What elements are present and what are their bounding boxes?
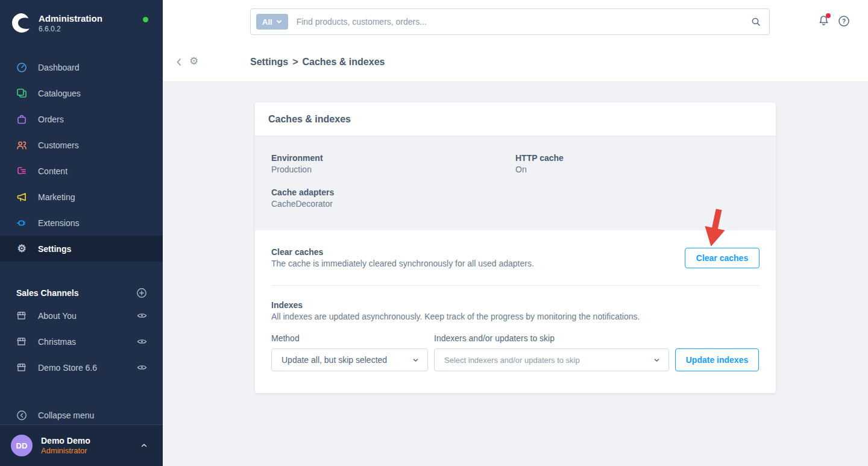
- chevron-down-icon: [412, 357, 419, 364]
- content-area: Caches & indexes Environment Production …: [163, 82, 868, 466]
- skip-indexers-placeholder: Select indexers and/or updaters to skip: [444, 356, 580, 365]
- sidebar-item-orders[interactable]: Orders: [0, 106, 163, 132]
- search-scope-label: All: [262, 17, 272, 27]
- user-menu[interactable]: DD Demo Demo Administrator: [0, 424, 163, 466]
- sidebar-item-customers[interactable]: Customers: [0, 132, 163, 158]
- eye-icon[interactable]: [137, 310, 147, 321]
- online-status-dot: [143, 17, 148, 22]
- sales-channel-label: Demo Store 6.6: [38, 363, 137, 373]
- help-icon: ?: [838, 15, 850, 27]
- info-value-cache-adapters: CacheDecorator: [271, 199, 515, 209]
- smart-bar: ⚙ Settings>Caches & indexes: [163, 43, 868, 82]
- sidebar-item-label: Settings: [38, 244, 71, 254]
- sidebar-item-sales-channel-demo-store[interactable]: Demo Store 6.6: [0, 354, 163, 380]
- shopware-logo-icon: [11, 12, 33, 34]
- clear-caches-section: Clear caches The cache is immediately cl…: [255, 230, 776, 285]
- sidebar-item-dashboard[interactable]: Dashboard: [0, 54, 163, 80]
- content-layout-icon: [16, 166, 27, 177]
- sidebar-item-label: Marketing: [38, 192, 75, 202]
- app-header: Administration 6.6.0.2: [0, 0, 163, 34]
- topbar: All ?: [163, 0, 868, 43]
- sidebar-item-label: Customers: [38, 140, 79, 150]
- storefront-icon: [16, 362, 27, 373]
- breadcrumb: Settings>Caches & indexes: [250, 57, 385, 68]
- global-search[interactable]: All: [250, 8, 770, 35]
- eye-icon[interactable]: [137, 362, 147, 373]
- help-button[interactable]: ?: [838, 15, 850, 30]
- user-role: Administrator: [41, 446, 140, 455]
- app-title: Administration: [39, 13, 102, 24]
- gear-icon: ⚙: [16, 244, 27, 254]
- sidebar-item-label: Extensions: [38, 218, 79, 228]
- method-label: Method: [271, 333, 428, 343]
- skip-indexers-label: Indexers and/or updaters to skip: [434, 333, 669, 343]
- sales-channels-title: Sales Channels: [16, 288, 79, 298]
- collapse-circle-icon: [16, 410, 27, 421]
- search-scope-dropdown[interactable]: All: [256, 14, 288, 30]
- breadcrumb-section[interactable]: Settings: [250, 57, 288, 67]
- plus-circle-icon[interactable]: [136, 288, 147, 298]
- system-info-panel: Environment Production HTTP cache On Cac…: [255, 136, 776, 230]
- catalogues-icon: [16, 88, 27, 99]
- orders-bag-icon: [16, 114, 27, 125]
- sidebar-item-sales-channel-christmas[interactable]: Christmas: [0, 329, 163, 354]
- avatar: DD: [11, 435, 33, 456]
- sidebar-item-label: Catalogues: [38, 89, 81, 98]
- gear-icon: ⚙: [189, 56, 198, 66]
- skip-indexers-select[interactable]: Select indexers and/or updaters to skip: [434, 348, 669, 371]
- clear-caches-label: Clear caches: [271, 247, 534, 257]
- storefront-icon: [16, 310, 27, 321]
- clear-caches-description: The cache is immediately cleared synchro…: [271, 259, 534, 268]
- info-label-http-cache: HTTP cache: [515, 153, 760, 163]
- notification-badge-dot: [826, 13, 831, 18]
- method-select[interactable]: Update all, but skip selected: [271, 348, 428, 371]
- sidebar-item-label: Orders: [38, 115, 64, 124]
- back-chevron-icon[interactable]: [174, 57, 184, 67]
- sales-channel-label: About You: [38, 311, 137, 321]
- search-icon: [751, 17, 761, 27]
- indexes-section: Indexes All indexes are updated asynchro…: [255, 286, 776, 321]
- sidebar: Administration 6.6.0.2 Dashboard Catalog…: [0, 0, 163, 466]
- user-name: Demo Demo: [41, 436, 140, 446]
- indexes-label: Indexes: [271, 300, 760, 310]
- sidebar-item-content[interactable]: Content: [0, 158, 163, 184]
- sales-channels-header: Sales Channels: [0, 283, 163, 303]
- notifications-button[interactable]: [817, 14, 830, 30]
- storefront-icon: [16, 336, 27, 347]
- breadcrumb-separator: >: [292, 57, 298, 67]
- svg-text:?: ?: [842, 17, 846, 24]
- chevron-up-icon: [140, 441, 148, 450]
- info-label-environment: Environment: [271, 153, 515, 163]
- page-title: Caches & indexes: [302, 57, 385, 67]
- eye-icon[interactable]: [137, 336, 147, 347]
- megaphone-icon: [16, 192, 27, 203]
- search-input[interactable]: [297, 17, 751, 27]
- sidebar-item-label: Content: [38, 166, 68, 176]
- method-selected-value: Update all, but skip selected: [281, 355, 387, 365]
- info-value-environment: Production: [271, 165, 515, 174]
- update-indexes-button[interactable]: Update indexes: [675, 348, 759, 371]
- card-title: Caches & indexes: [268, 114, 351, 125]
- sidebar-item-settings[interactable]: ⚙ Settings: [0, 236, 163, 262]
- indexes-form: Method Update all, but skip selected Ind…: [255, 321, 776, 393]
- customers-icon: [16, 140, 27, 151]
- chevron-down-icon: [276, 19, 282, 25]
- clear-caches-button[interactable]: Clear caches: [685, 248, 760, 268]
- sidebar-item-marketing[interactable]: Marketing: [0, 184, 163, 210]
- caches-indexes-card: Caches & indexes Environment Production …: [255, 102, 776, 393]
- sidebar-item-label: Dashboard: [38, 63, 80, 72]
- app-version: 6.6.0.2: [39, 25, 102, 33]
- sidebar-item-catalogues[interactable]: Catalogues: [0, 80, 163, 106]
- collapse-menu-label: Collapse menu: [38, 411, 94, 420]
- sidebar-item-sales-channel-about-you[interactable]: About You: [0, 303, 163, 329]
- dashboard-gauge-icon: [16, 62, 27, 73]
- info-value-http-cache: On: [515, 165, 760, 174]
- sales-channel-label: Christmas: [38, 337, 137, 347]
- indexes-description: All indexes are updated asynchronously. …: [271, 312, 760, 321]
- chevron-down-icon: [653, 357, 660, 364]
- plug-icon: [16, 218, 27, 228]
- sidebar-item-extensions[interactable]: Extensions: [0, 210, 163, 236]
- info-label-cache-adapters: Cache adapters: [271, 187, 515, 197]
- main-nav: Dashboard Catalogues Orders: [0, 54, 163, 262]
